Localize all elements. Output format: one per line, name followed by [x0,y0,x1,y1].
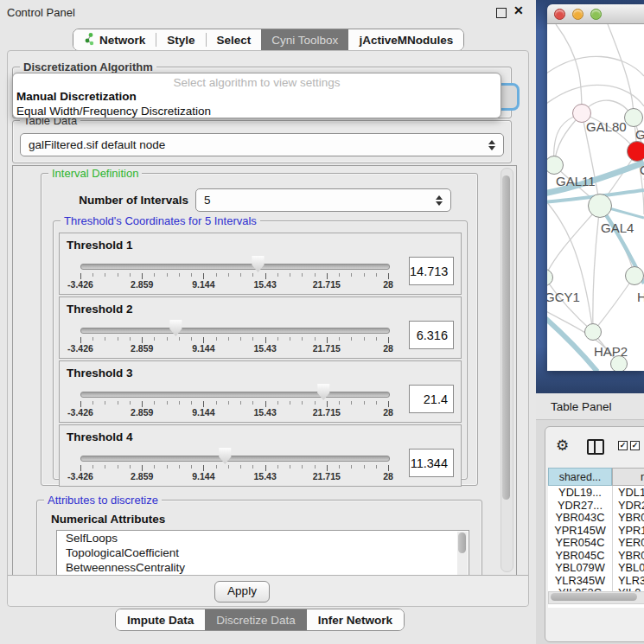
list-item[interactable]: SelfLoops [57,531,469,545]
tab-network[interactable]: Network [73,29,156,50]
tab-select[interactable]: Select [207,29,262,50]
node-label: GCY1 [547,290,580,304]
cell[interactable]: YDR27... [548,499,612,512]
float-window-icon[interactable] [496,8,507,18]
threshold-4-box: Threshold 4 -3.426 2.859 9.144 15.43 21.… [59,424,462,487]
threshold-1-slider: -3.426 2.859 9.144 15.43 21.715 28 [80,233,388,294]
threshold-1-value-field[interactable]: 14.713 [409,257,454,285]
tab-impute-data[interactable]: Impute Data [116,609,205,630]
tab-infer-network[interactable]: Infer Network [307,609,404,630]
close-traffic-light-icon[interactable] [554,9,565,20]
threshold-4-value-field[interactable]: 11.344 [409,449,454,477]
slider-tick-labels: -3.426 2.859 9.144 15.43 21.715 28 [80,471,388,482]
algorithm-option-equal-width[interactable]: Equal Width/Frequency Discretization [13,104,501,118]
node-label: C [640,163,644,177]
list-item[interactable]: TopologicalCoefficient [57,545,469,560]
top-tab-bar: Network Style Select Cyni Toolbox jActiv… [73,29,464,51]
vertical-scrollbar[interactable] [501,168,513,572]
cell[interactable]: YBL0 [612,561,644,574]
tab-style[interactable]: Style [156,29,205,50]
slider-thumb[interactable] [316,384,330,400]
network-window-titlebar[interactable] [547,4,644,24]
apply-button[interactable]: Apply [214,581,270,603]
slider-track[interactable] [80,264,390,270]
threshold-3-value-field[interactable]: 21.4 [409,385,454,413]
tick-label: 28 [383,279,393,290]
table-row[interactable]: YDL19...YDL1 [548,486,644,499]
control-panel: Control Panel ✕ Network Style Select Cyn… [0,0,536,644]
list-item[interactable]: BetweennessCentrality [57,560,469,575]
network-node[interactable] [625,266,644,285]
cell[interactable]: YBR045C [548,549,612,562]
slider-thumb[interactable] [218,448,232,464]
network-canvas[interactable]: GAL80 GA C GAL11 GAL4 GCY1 H HAP2 [547,24,644,371]
slider-track[interactable] [80,392,390,398]
table-panel-body: ⚙ ✓ ✓ shared... na YDL19...YDL1 YDR27...… [536,420,644,644]
table-row[interactable]: YBR045CYBR0 [548,549,644,562]
zoom-traffic-light-icon[interactable] [590,9,602,20]
network-view-window: GAL80 GA C GAL11 GAL4 GCY1 H HAP2 [547,4,644,371]
cell[interactable]: YLR345W [548,574,612,587]
threshold-3-slider: -3.426 2.859 9.144 15.43 21.715 28 [80,361,388,422]
gear-icon[interactable]: ⚙ [556,437,569,455]
control-panel-title: Control Panel [7,6,75,19]
close-icon[interactable]: ✕ [513,3,524,17]
tab-jactivemnodules[interactable]: jActiveMNodules [348,29,463,50]
slider-thumb[interactable] [169,320,182,336]
cell[interactable]: YBL079W [548,561,612,574]
network-node[interactable] [584,323,602,341]
cell[interactable]: YPR1 [612,524,644,537]
table-row[interactable]: YER054CYER0 [548,536,644,549]
horizontal-scrollbar[interactable] [548,591,644,604]
algorithm-option-manual[interactable]: Manual Discretization [13,89,501,104]
table-data-combobox[interactable]: galFiltered.sif default node [20,133,504,156]
tab-cyni-toolbox[interactable]: Cyni Toolbox [261,29,348,50]
table-row[interactable]: YBL079WYBL0 [548,561,644,574]
attributes-group-title: Attributes to discretize [44,494,162,507]
threshold-2-slider: -3.426 2.859 9.144 15.43 21.715 28 [80,297,388,358]
network-node[interactable] [588,194,612,218]
network-node-selected[interactable] [627,141,644,162]
control-panel-titlebar: Control Panel ✕ [0,0,536,24]
slider-track[interactable] [80,456,390,462]
table-panel-inner: ⚙ ✓ ✓ shared... na YDL19...YDL1 YDR27...… [545,426,644,642]
checkbox-icon[interactable]: ✓ [618,441,628,450]
tab-discretize-data[interactable]: Discretize Data [205,609,307,630]
table-data-group: Table Data galFiltered.sif default node [12,120,512,163]
column-header-shared-name[interactable]: shared... [548,468,612,486]
table-row[interactable]: YPR145WYPR1 [548,524,644,537]
threshold-2-value-field[interactable]: 6.316 [409,321,454,349]
number-of-intervals-spinner[interactable]: 5 [195,188,451,212]
slider-tick-labels: -3.426 2.859 9.144 15.43 21.715 28 [80,343,388,354]
table-row[interactable]: YBR043CYBR0 [548,511,644,524]
slider-thumb[interactable] [251,256,265,272]
cell[interactable]: YER054C [548,536,612,549]
spinner-arrows-icon [436,195,443,206]
tick-label: 9.144 [192,407,214,418]
cell[interactable]: YBR0 [612,511,644,524]
cell[interactable]: YBR043C [548,511,612,524]
cell[interactable]: YDR2 [612,499,644,512]
split-columns-icon[interactable] [587,439,604,455]
checkbox-icon[interactable]: ✓ [630,441,640,450]
number-of-intervals-value: 5 [196,194,211,207]
cell[interactable]: YPR145W [548,524,612,537]
cell[interactable]: YBR0 [612,549,644,562]
bottom-tab-bar: Impute Data Discretize Data Infer Networ… [115,609,405,631]
node-label: GAL80 [586,119,627,134]
column-header-name[interactable]: na [612,468,644,486]
cell[interactable]: YDL1 [612,486,644,499]
cell[interactable]: YER0 [612,536,644,549]
interval-definition-group: Interval Definition Number of Intervals … [41,173,478,486]
table-row[interactable]: YLR345WYLR3 [548,574,644,587]
cell[interactable]: YLR3 [612,574,644,587]
minimize-traffic-light-icon[interactable] [572,9,583,20]
slider-track[interactable] [80,328,390,334]
table-row[interactable]: YDR27...YDR2 [548,499,644,512]
cell[interactable]: YDL19... [548,486,612,499]
tick-label: 21.715 [313,343,341,354]
tab-network-label: Network [99,34,145,47]
network-node[interactable] [624,108,643,127]
list-scrollbar[interactable] [457,532,468,577]
panel-scrollbar-area [500,165,515,575]
